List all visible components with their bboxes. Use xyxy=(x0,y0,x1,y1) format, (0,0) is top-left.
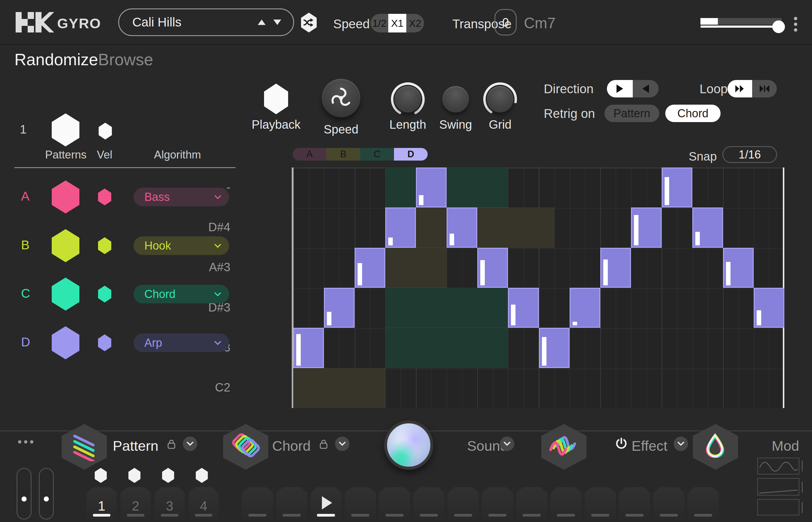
vel-hexagon-b[interactable] xyxy=(98,237,111,254)
note-0[interactable] xyxy=(293,328,324,368)
algorithm-dropdown-a[interactable]: Bass xyxy=(134,188,229,206)
pitch-wheel[interactable] xyxy=(17,468,32,520)
speed-half-button[interactable]: 1/2 xyxy=(371,14,388,33)
note-4[interactable] xyxy=(416,167,447,207)
pattern-key-2[interactable]: 2 xyxy=(121,487,151,520)
volume-slider[interactable] xyxy=(700,25,780,28)
chord-key-10[interactable] xyxy=(550,487,582,520)
volume-slider-knob[interactable] xyxy=(772,20,785,33)
vel-hexagon-c[interactable] xyxy=(98,286,111,302)
velocity-bar[interactable] xyxy=(603,260,608,285)
transpose-value[interactable]: 0 xyxy=(494,9,517,36)
pattern-key-1[interactable]: 1 xyxy=(86,487,117,520)
more-options-icon[interactable] xyxy=(18,440,33,443)
pattern-key-3[interactable]: 3 xyxy=(155,487,185,520)
speed-knob[interactable] xyxy=(322,79,360,117)
note-2[interactable] xyxy=(355,248,385,288)
chord-key-1[interactable] xyxy=(242,487,273,520)
grid-knob[interactable] xyxy=(482,81,518,117)
note-11[interactable] xyxy=(631,207,661,247)
velocity-bar[interactable] xyxy=(450,234,454,245)
chord-key-5[interactable] xyxy=(379,487,410,520)
layer-tab-a[interactable]: A xyxy=(293,148,326,161)
chord-key-8[interactable] xyxy=(482,487,513,520)
patterns-header-hexagon[interactable] xyxy=(52,113,79,146)
playback-hexagon-button[interactable] xyxy=(264,84,288,114)
chord-key-7[interactable] xyxy=(448,487,479,520)
speed-x1-button[interactable]: X1 xyxy=(388,14,406,33)
macro-orb-control[interactable] xyxy=(384,420,433,470)
velocity-bar[interactable] xyxy=(726,262,731,285)
note-3[interactable] xyxy=(385,207,416,247)
randomize-preset-button[interactable] xyxy=(301,13,317,33)
note-1[interactable] xyxy=(324,288,355,328)
note-8[interactable] xyxy=(539,328,570,368)
note-5[interactable] xyxy=(447,207,477,247)
algorithm-dropdown-c[interactable]: Chord xyxy=(134,285,229,303)
pattern-slot-hexagon-4[interactable] xyxy=(196,468,208,483)
chord-key-13[interactable] xyxy=(653,487,685,520)
velocity-bar[interactable] xyxy=(296,334,301,366)
velocity-bar[interactable] xyxy=(634,215,638,245)
velocity-bar[interactable] xyxy=(358,263,362,285)
velocity-bar[interactable] xyxy=(757,310,761,325)
preset-selector[interactable]: Cali Hills xyxy=(118,8,294,36)
layer-tab-c[interactable]: C xyxy=(360,148,394,161)
mod-lfo-display-1[interactable] xyxy=(757,458,799,475)
algorithm-dropdown-d[interactable]: Arp xyxy=(134,334,229,352)
note-15[interactable] xyxy=(754,288,784,328)
direction-forward-button[interactable] xyxy=(607,80,633,97)
snap-value-selector[interactable]: 1/16 xyxy=(722,146,777,163)
mod-lfo-display-3[interactable] xyxy=(757,499,799,515)
note-6[interactable] xyxy=(477,248,508,288)
loop-forward-button[interactable] xyxy=(728,80,752,97)
length-knob[interactable] xyxy=(390,81,426,117)
velocity-bar[interactable] xyxy=(573,322,577,325)
velocity-bar[interactable] xyxy=(419,195,423,205)
velocity-bar[interactable] xyxy=(695,232,700,245)
swing-knob[interactable] xyxy=(442,86,469,113)
pattern-slot-hexagon-1[interactable] xyxy=(95,468,107,483)
note-12[interactable] xyxy=(661,167,692,207)
effect-dropdown-button[interactable] xyxy=(674,437,688,451)
tab-browse[interactable]: Browse xyxy=(98,50,153,69)
chord-lock-icon[interactable] xyxy=(319,439,328,449)
effect-power-icon[interactable] xyxy=(615,437,627,450)
mod-lfo-display-2[interactable] xyxy=(757,478,799,496)
pattern-dropdown-button[interactable] xyxy=(183,437,197,451)
chord-key-6[interactable] xyxy=(413,487,444,520)
note-7[interactable] xyxy=(508,288,539,328)
kebab-menu-icon[interactable] xyxy=(794,17,797,34)
pattern-slot-hexagon-3[interactable] xyxy=(162,468,174,483)
tab-randomize[interactable]: Randomize xyxy=(15,50,98,69)
velocity-bar[interactable] xyxy=(327,312,332,325)
pattern-key-4[interactable]: 4 xyxy=(189,487,219,520)
chord-key-12[interactable] xyxy=(619,487,650,520)
pattern-hexagon-d[interactable] xyxy=(52,326,79,359)
direction-reverse-button[interactable] xyxy=(633,80,659,97)
note-10[interactable] xyxy=(600,248,631,288)
chord-key-2[interactable] xyxy=(276,487,308,520)
vel-header-hexagon[interactable] xyxy=(99,123,112,140)
note-14[interactable] xyxy=(723,248,754,288)
vel-hexagon-d[interactable] xyxy=(98,334,111,351)
sound-dropdown-button[interactable] xyxy=(500,437,514,451)
loop-pingpong-button[interactable] xyxy=(752,80,777,97)
note-9[interactable] xyxy=(570,288,600,328)
note-13[interactable] xyxy=(692,207,723,247)
preset-up-icon[interactable] xyxy=(258,20,265,25)
velocity-bar[interactable] xyxy=(388,238,393,245)
pattern-lock-icon[interactable] xyxy=(167,439,176,449)
chord-key-4[interactable] xyxy=(345,487,376,520)
retrig-chord-button[interactable]: Chord xyxy=(665,105,720,122)
velocity-bar[interactable] xyxy=(511,305,515,325)
chord-key-11[interactable] xyxy=(585,487,616,520)
chord-key-3[interactable] xyxy=(310,487,342,520)
vel-hexagon-a[interactable] xyxy=(98,188,111,205)
algorithm-dropdown-b[interactable]: Hook xyxy=(134,236,229,255)
chord-key-14[interactable] xyxy=(688,487,719,520)
preset-down-icon[interactable] xyxy=(273,20,281,25)
chord-dropdown-button[interactable] xyxy=(335,437,350,451)
velocity-bar[interactable] xyxy=(665,177,669,205)
pattern-hexagon-a[interactable] xyxy=(52,180,79,214)
